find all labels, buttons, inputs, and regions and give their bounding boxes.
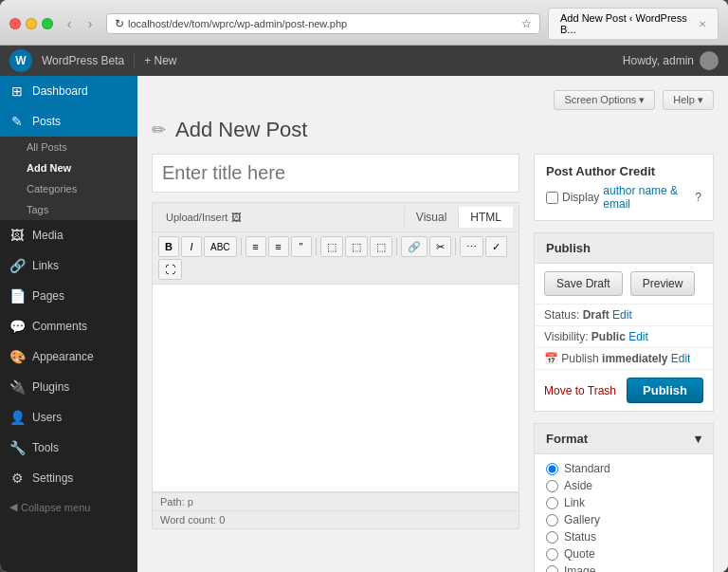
blockquote-button[interactable]: " xyxy=(291,236,312,257)
status-value: Draft xyxy=(583,308,610,322)
link-button[interactable]: 🔗 xyxy=(401,236,428,257)
close-button[interactable] xyxy=(9,18,21,29)
sidebar-item-media[interactable]: 🖼 Media xyxy=(0,220,137,250)
collapse-menu[interactable]: ◀ Collapse menu xyxy=(0,493,137,521)
tab-close-icon[interactable]: ✕ xyxy=(699,19,706,29)
browser-tab[interactable]: Add New Post ‹ WordPress B... ✕ xyxy=(548,8,719,39)
publish-time: 📅 Publish immediately Edit xyxy=(535,347,713,369)
sidebar-item-settings[interactable]: ⚙ Settings xyxy=(0,463,137,493)
submenu-all-posts[interactable]: All Posts xyxy=(0,137,137,157)
save-draft-button[interactable]: Save Draft xyxy=(544,271,623,296)
unlink-button[interactable]: ✂ xyxy=(429,236,451,257)
browser-titlebar: ‹ › ↻ localhost/dev/tom/wprc/wp-admin/po… xyxy=(0,0,728,46)
ol-button[interactable]: ≡ xyxy=(268,236,289,257)
format-radio-gallery[interactable] xyxy=(546,514,558,526)
format-radio-status[interactable] xyxy=(546,531,558,544)
format-collapse-icon[interactable]: ▾ xyxy=(695,432,701,446)
publish-widget: Publish Save Draft Preview Status: Draft… xyxy=(534,232,714,412)
format-radio-aside[interactable] xyxy=(546,480,558,492)
format-option-aside[interactable]: Aside xyxy=(546,479,701,492)
comments-icon: 💬 xyxy=(9,319,25,334)
publish-button[interactable]: Publish xyxy=(627,378,703,403)
bold-button[interactable]: B xyxy=(158,236,179,257)
sidebar-item-pages[interactable]: 📄 Pages xyxy=(0,281,137,311)
fullscreen-button[interactable]: ⛶ xyxy=(158,259,182,280)
tab-title: Add New Post ‹ WordPress B... xyxy=(560,12,693,35)
format-radio-quote[interactable] xyxy=(546,548,558,561)
url-display[interactable]: localhost/dev/tom/wprc/wp-admin/post-new… xyxy=(128,18,518,29)
sidebar-item-label: Users xyxy=(32,411,62,424)
new-button[interactable]: + New xyxy=(144,54,176,67)
format-radio-image[interactable] xyxy=(546,565,558,573)
editor-path: Path: p xyxy=(152,492,519,511)
toolbar-separator xyxy=(241,238,242,255)
tab-visual[interactable]: Visual xyxy=(404,207,458,228)
maximize-button[interactable] xyxy=(42,18,53,29)
publish-time-edit-link[interactable]: Edit xyxy=(671,352,691,365)
screen-options-bar: Screen Options ▾ Help ▾ xyxy=(152,90,714,110)
media-add-icon: 🖼 xyxy=(231,212,242,223)
wp-content: Screen Options ▾ Help ▾ ✏ Add New Post xyxy=(137,76,728,572)
sidebar-item-label: Links xyxy=(32,259,59,272)
visibility-edit-link[interactable]: Edit xyxy=(628,330,648,343)
spellcheck-button[interactable]: ✓ xyxy=(485,236,507,257)
sidebar-item-appearance[interactable]: 🎨 Appearance xyxy=(0,341,137,372)
toolbar-upload-row: Upload/Insert 🖼 Visual HTML xyxy=(153,203,519,232)
main-column: Upload/Insert 🖼 Visual HTML B I xyxy=(152,154,519,572)
help-button[interactable]: Help ▾ xyxy=(663,90,714,110)
italic-button[interactable]: I xyxy=(181,236,202,257)
align-right-button[interactable]: ⬚ xyxy=(370,236,392,257)
sidebar-item-posts[interactable]: ✎ Posts xyxy=(0,106,137,137)
visibility-value: Public xyxy=(592,330,626,343)
align-center-button[interactable]: ⬚ xyxy=(345,236,368,257)
toolbar-separator-2 xyxy=(316,238,317,255)
publish-actions: Save Draft Preview xyxy=(535,264,713,304)
sidebar-item-plugins[interactable]: 🔌 Plugins xyxy=(0,372,137,402)
format-radio-standard[interactable] xyxy=(546,463,558,475)
format-radio-link[interactable] xyxy=(546,497,558,509)
page-title-row: ✏ Add New Post xyxy=(152,118,714,142)
submenu-categories[interactable]: Categories xyxy=(0,178,137,199)
forward-button[interactable]: › xyxy=(82,15,99,32)
align-left-button[interactable]: ⬚ xyxy=(320,236,343,257)
content-columns: Upload/Insert 🖼 Visual HTML B I xyxy=(152,154,714,572)
site-name[interactable]: WordPress Beta xyxy=(42,54,124,67)
pac-checkbox[interactable] xyxy=(546,192,558,204)
format-option-link[interactable]: Link xyxy=(546,496,701,509)
post-title-input[interactable] xyxy=(152,154,519,193)
format-option-standard[interactable]: Standard xyxy=(546,462,701,475)
format-option-quote[interactable]: Quote xyxy=(546,547,701,561)
format-option-image[interactable]: Image xyxy=(546,564,701,572)
more-button[interactable]: ⋯ xyxy=(460,236,483,257)
strikethrough-button[interactable]: ABC xyxy=(204,236,237,257)
upload-insert-button[interactable]: Upload/Insert 🖼 xyxy=(158,208,249,227)
submenu-add-new[interactable]: Add New xyxy=(0,157,137,178)
sidebar-item-users[interactable]: 👤 Users xyxy=(0,402,137,433)
submenu-tags[interactable]: Tags xyxy=(0,199,137,220)
editor-area[interactable] xyxy=(152,284,519,492)
user-avatar xyxy=(700,51,719,70)
wp-logo[interactable]: W xyxy=(9,49,32,72)
format-title: Format xyxy=(546,432,588,446)
ul-button[interactable]: ≡ xyxy=(246,236,266,257)
pac-link[interactable]: author name & email xyxy=(603,184,691,211)
sidebar-item-comments[interactable]: 💬 Comments xyxy=(0,311,137,341)
media-icon: 🖼 xyxy=(9,228,25,243)
tab-html[interactable]: HTML xyxy=(458,207,513,228)
format-option-status[interactable]: Status xyxy=(546,530,701,544)
format-option-gallery[interactable]: Gallery xyxy=(546,513,701,526)
sidebar-item-tools[interactable]: 🔧 Tools xyxy=(0,433,137,463)
sidebar-item-dashboard[interactable]: ⊞ Dashboard xyxy=(0,76,137,106)
status-edit-link[interactable]: Edit xyxy=(612,308,632,322)
sidebar-item-links[interactable]: 🔗 Links xyxy=(0,250,137,281)
screen-options-button[interactable]: Screen Options ▾ xyxy=(554,90,655,110)
sidebar-item-label: Posts xyxy=(32,115,61,128)
preview-button[interactable]: Preview xyxy=(630,271,696,296)
back-button[interactable]: ‹ xyxy=(61,15,78,32)
address-bar[interactable]: ↻ localhost/dev/tom/wprc/wp-admin/post-n… xyxy=(106,13,540,34)
format-label-gallery: Gallery xyxy=(564,513,600,526)
sidebar-item-label: Settings xyxy=(32,471,73,485)
toolbar-separator-3 xyxy=(396,238,397,255)
move-to-trash-button[interactable]: Move to Trash xyxy=(544,384,616,397)
minimize-button[interactable] xyxy=(26,18,37,29)
